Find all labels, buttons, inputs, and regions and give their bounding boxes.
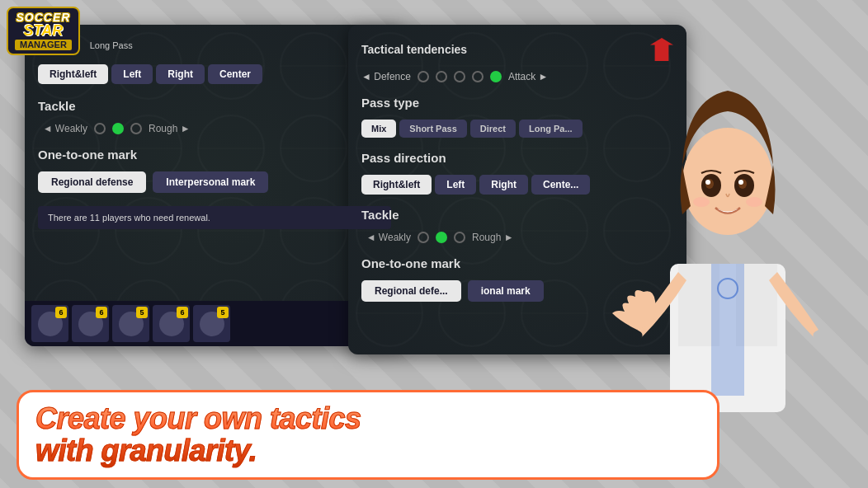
rt-dot-1[interactable] xyxy=(417,232,429,243)
right-interpersonal-btn[interactable]: ional mark xyxy=(468,280,544,302)
attack-label[interactable]: Attack ► xyxy=(508,71,549,82)
svg-rect-3 xyxy=(711,264,744,396)
da-dot-1[interactable] xyxy=(417,71,429,82)
pass-btn-shortpass[interactable]: Short Pass xyxy=(399,120,466,138)
rt-dot-3[interactable] xyxy=(454,232,465,243)
panel-header-tabs: Direct Long Pass xyxy=(38,38,391,53)
player-card-1[interactable]: 6 xyxy=(31,305,68,342)
pass-btn-direct[interactable]: Direct xyxy=(470,120,516,138)
player-badge-5: 5 xyxy=(217,307,229,318)
player-card-3[interactable]: 5 xyxy=(112,305,149,342)
player-card-4[interactable]: 6 xyxy=(153,305,190,342)
one-to-one-title: One-to-one mark xyxy=(38,148,391,162)
player-badge-3: 5 xyxy=(136,307,148,318)
dir-btn-center[interactable]: Center xyxy=(208,64,262,84)
tackle-dots xyxy=(94,123,142,134)
dir-btn-rightleft[interactable]: Right&left xyxy=(38,64,108,84)
logo-star-text: STAR xyxy=(24,23,64,38)
player-card-2[interactable]: 6 xyxy=(72,305,109,342)
tackle-right-label[interactable]: Rough ► xyxy=(149,123,198,134)
left-tactics-panel: Direct Long Pass Right&left Left Right C… xyxy=(25,25,404,346)
tackle-dot-1[interactable] xyxy=(94,123,106,134)
direction-button-group: Right&left Left Right Center xyxy=(38,64,391,84)
player-badge-4: 6 xyxy=(177,307,188,318)
da-dot-4[interactable] xyxy=(472,71,484,82)
svg-point-11 xyxy=(693,197,710,207)
mark-button-group: Regional defense Interpersonal mark xyxy=(38,171,391,193)
tact-title-text: Tactical tendencies xyxy=(361,43,467,56)
svg-point-4 xyxy=(682,128,773,235)
dir-btn-left[interactable]: Left xyxy=(111,64,153,84)
rt-dot-2[interactable] xyxy=(436,232,447,243)
da-dot-3[interactable] xyxy=(454,71,465,82)
pass-btn-mix[interactable]: Mix xyxy=(361,120,396,138)
tackle-dot-2[interactable] xyxy=(112,123,124,134)
pass-btn-longpass[interactable]: Long Pa... xyxy=(519,120,583,138)
notification-text: There are 11 players who need renewal. xyxy=(48,213,210,223)
regional-defense-btn[interactable]: Regional defense xyxy=(38,171,146,193)
da-dot-2[interactable] xyxy=(436,71,447,82)
defence-label[interactable]: ◄ Defence xyxy=(361,71,411,82)
logo-soccer-text: SOCCER xyxy=(16,12,70,23)
logo-manager-text: MANAGER xyxy=(15,40,72,50)
notification-bar: There are 11 players who need renewal. xyxy=(38,206,391,229)
right-tackle-dots xyxy=(417,232,465,243)
tackle-section-title: Tackle xyxy=(38,99,391,113)
tab-longpass[interactable]: Long Pass xyxy=(82,38,141,53)
defence-attack-dots xyxy=(417,71,502,82)
tackle-left-label[interactable]: ◄ Weakly xyxy=(38,123,87,134)
svg-point-12 xyxy=(746,197,762,207)
tagline-line1: Create your own tactics xyxy=(35,401,361,435)
player-badge-1: 6 xyxy=(55,307,67,318)
logo-container: SOCCER STAR MANAGER xyxy=(7,7,80,55)
right-tackle-right-label[interactable]: Rough ► xyxy=(472,232,521,243)
player-badge-2: 6 xyxy=(96,307,107,318)
right-tackle-left-label[interactable]: ◄ Weakly xyxy=(361,232,411,243)
player-bar: 6 6 5 6 5 xyxy=(25,301,404,346)
svg-point-9 xyxy=(705,180,710,185)
da-dot-5[interactable] xyxy=(490,71,502,82)
tackle-dot-3[interactable] xyxy=(130,123,142,134)
tackle-slider-row: ◄ Weakly Rough ► xyxy=(38,123,391,134)
pd-btn-left[interactable]: Left xyxy=(435,175,476,195)
dir-btn-right[interactable]: Right xyxy=(156,64,205,84)
logo-box: SOCCER STAR MANAGER xyxy=(7,7,80,55)
tagline-text: Create your own tactics with granularity… xyxy=(35,402,701,467)
right-regional-btn[interactable]: Regional defe... xyxy=(361,280,461,302)
interpersonal-mark-btn[interactable]: Interpersonal mark xyxy=(153,171,268,193)
svg-point-10 xyxy=(738,180,743,185)
tagline-container: Create your own tactics with granularity… xyxy=(17,390,719,480)
pd-btn-right[interactable]: Right xyxy=(479,175,528,195)
pd-btn-rightleft[interactable]: Right&left xyxy=(361,175,432,195)
player-card-5[interactable]: 5 xyxy=(193,305,230,342)
tagline-line2: with granularity. xyxy=(35,434,257,467)
